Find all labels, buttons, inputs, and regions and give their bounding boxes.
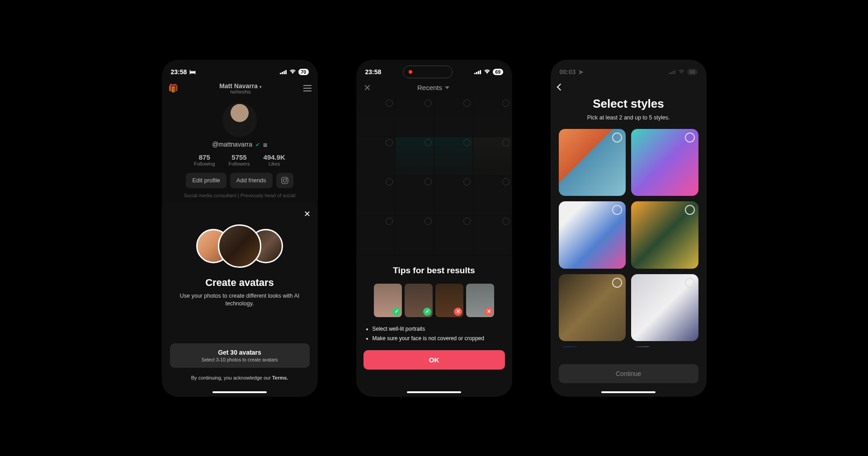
battery-icon: 69 [493,69,503,75]
photo-thumbnail[interactable] [396,137,434,176]
photo-thumbnail[interactable] [473,216,511,254]
terms-link[interactable]: Terms. [272,375,288,380]
svg-rect-9 [478,71,479,74]
tips-examples: ✓ ✓ ✕ ✕ [363,284,505,317]
status-time: 00:03 [560,68,576,76]
photo-thumbnail[interactable] [434,98,472,136]
style-card[interactable] [631,201,698,269]
profile-name[interactable]: Matt Navarra [219,82,258,90]
cellular-icon [474,68,481,76]
style-card[interactable] [559,129,626,196]
status-bar: 23:58 🛏 70 [162,60,318,79]
picker-header: ✕ Recents [356,79,512,97]
menu-icon[interactable] [303,85,311,91]
svg-rect-12 [670,72,672,74]
style-card[interactable] [631,347,654,347]
style-card[interactable] [631,274,698,342]
svg-rect-3 [285,70,287,74]
photo-thumbnail[interactable] [396,216,434,254]
tip-example-bad: ✕ [435,284,463,317]
screen-record-indicator[interactable] [403,66,453,78]
photo-thumbnail[interactable] [357,216,395,254]
profile-handle: @mattnavarra [212,141,252,148]
add-friends-button[interactable]: Add friends [230,173,273,188]
tips-title: Tips for best results [363,266,505,276]
page-title: Select styles [551,97,707,111]
home-indicator[interactable] [407,391,461,393]
home-indicator[interactable] [601,391,656,393]
photo-thumbnail[interactable] [396,176,434,215]
close-icon[interactable]: ✕ [304,209,311,219]
check-icon: ✓ [423,308,431,316]
status-bar: 00:03 ➤ 68 [551,60,707,79]
instagram-icon[interactable] [276,173,293,188]
create-avatars-sheet: ✕ Create avatars Use your photos to crea… [162,203,318,397]
styles-grid[interactable] [551,121,707,347]
profile-handle-row: @mattnavarra ✔ ⊞ [162,141,318,148]
verified-icon: ✔ [255,142,260,148]
avatar-preview-2 [218,224,261,268]
qr-icon[interactable]: ⊞ [263,142,267,147]
svg-rect-2 [283,71,285,74]
photo-thumbnail[interactable] [473,98,511,136]
page-subtitle: Pick at least 2 and up to 5 styles. [551,114,707,121]
status-right: 69 [474,68,503,76]
stat-likes[interactable]: 494.9K Likes [264,153,285,166]
style-card[interactable] [559,201,626,269]
photo-thumbnail[interactable] [357,176,395,215]
svg-point-5 [283,179,286,182]
battery-icon: 70 [298,69,308,75]
photo-grid[interactable] [356,97,512,255]
stat-followers[interactable]: 5755 Followers [229,153,250,166]
svg-rect-0 [280,73,281,74]
x-icon: ✕ [454,308,462,316]
photo-thumbnail[interactable] [396,98,434,136]
home-indicator[interactable] [212,391,267,393]
profile-header: 🎁 Matt Navarra ▾ he/him/his [162,79,318,98]
photo-thumbnail[interactable] [473,137,511,176]
style-card[interactable] [559,347,581,347]
photo-thumbnail[interactable] [357,137,395,176]
sheet-title: Create avatars [170,277,310,289]
tips-list: Select well-lit portraits Make sure your… [363,324,505,344]
profile-avatar[interactable] [222,103,257,137]
wifi-icon [484,68,491,76]
ok-button[interactable]: OK [363,350,505,370]
cellular-icon [669,68,676,76]
album-selector[interactable]: Recents [417,84,449,91]
photo-thumbnail[interactable] [434,176,472,215]
gift-icon[interactable]: 🎁 [168,83,178,93]
style-card[interactable] [559,274,626,342]
terms-text: By continuing, you acknowledge our Terms… [162,375,318,380]
chevron-down-icon [445,86,449,89]
stat-following[interactable]: 875 Following [194,153,215,166]
status-right: 68 [669,68,697,76]
svg-point-6 [286,178,287,179]
profile-bio: Social media consultant | Previously hea… [162,193,318,198]
edit-profile-button[interactable]: Edit profile [186,173,226,188]
close-icon[interactable]: ✕ [363,82,371,93]
photo-thumbnail[interactable] [473,176,511,215]
svg-rect-13 [672,71,674,74]
profile-stats: 875 Following 5755 Followers 494.9K Like… [162,153,318,166]
tips-sheet: Tips for best results ✓ ✓ ✕ ✕ Select wel… [356,256,512,397]
profile-pronouns: he/him/his [219,90,262,95]
continue-button[interactable]: Continue [559,364,698,383]
sleep-icon: 🛏 [189,68,196,76]
photo-thumbnail[interactable] [434,216,472,254]
back-button[interactable] [551,79,707,94]
status-bar: 23:58 69 [356,60,512,79]
get-avatars-button[interactable]: Get 30 avatars Select 3-10 photos to cre… [170,343,310,368]
phone-profile-screen: 23:58 🛏 70 🎁 Matt Navarra ▾ he/him/his @… [162,60,318,397]
check-icon: ✓ [392,308,401,316]
svg-rect-4 [282,177,288,184]
style-card[interactable] [631,129,698,196]
phone-photo-picker-screen: 23:58 69 ✕ Recents [356,60,512,397]
svg-rect-11 [669,73,670,74]
battery-icon: 68 [687,69,697,75]
tip-example-bad: ✕ [466,284,494,317]
tip-item: Make sure your face is not covered or cr… [373,334,505,344]
photo-thumbnail[interactable] [357,98,395,136]
photo-thumbnail[interactable] [434,137,472,176]
svg-rect-10 [480,70,481,74]
